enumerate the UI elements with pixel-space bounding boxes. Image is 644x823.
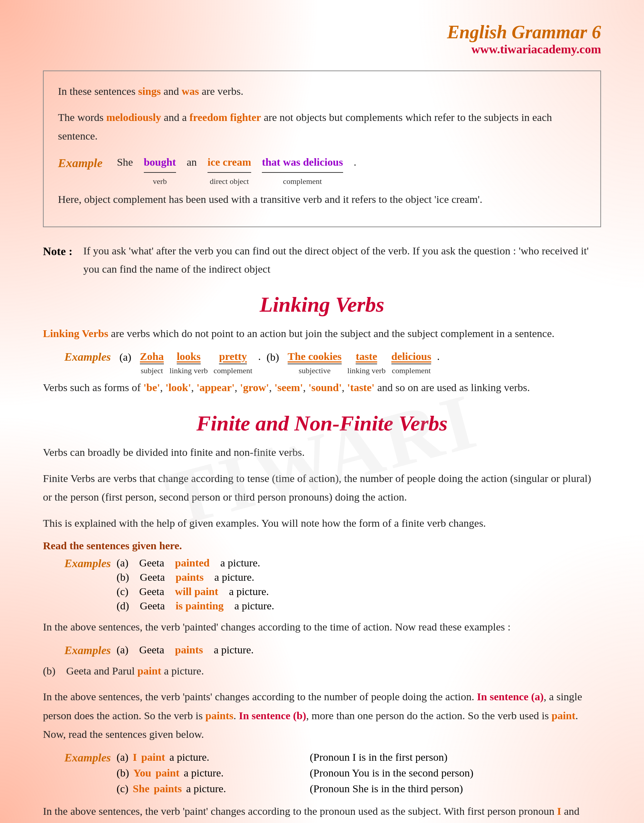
bought-block: bought verb [144,153,176,188]
finite-geeta-c: Geeta [139,585,164,598]
finite-ex2-label: Examples [64,644,111,657]
finite-ex3-a: (a) I paint a picture. (Pronoun I is in … [117,751,601,763]
finite-a-picture: a picture. [221,557,261,569]
pretty-word: pretty [219,350,247,364]
finite-ex2-list: (a) Geeta paints a picture. [117,644,254,658]
ex3-pronoun-a: (Pronoun I is in the first person) [310,751,448,763]
finite-ex-c: (c) Geeta will paint a picture. [117,585,274,598]
she-word: She [117,153,133,171]
finite-examples-block: Examples (a) Geeta painted a picture. (b… [64,557,601,614]
finite-c-picture: a picture. [229,585,269,598]
delicious-block: that was delicious complement [262,153,343,188]
box-line1: In these sentences sings and was are ver… [58,82,586,101]
ice-cream-block: ice cream direct object [207,153,251,188]
painted-word: painted [175,557,210,569]
b-label: (b) [267,351,279,363]
finite-b-picture: a picture. [214,571,255,583]
finite-geeta-b: Geeta [140,571,165,583]
ex3-paint1: paint [141,751,165,763]
a-label: (a) [120,351,131,363]
delicious2-word: delicious [391,350,431,364]
linking-examples-row: Examples (a) Zoha subject looks linking … [64,350,601,375]
linking-examples-label: Examples [64,350,111,363]
above-para: In the above sentences, the verb 'painte… [43,618,601,637]
finite-para1: Verbs can broadly be divided into finite… [43,443,601,462]
read-sentence-label: Read the sentences given here. [43,539,601,552]
cookies-block: The cookies subjective [288,350,342,375]
finite-a-label: (a) [117,557,129,569]
ex3-i: I [133,751,137,763]
paints-word: paints [176,571,204,583]
pretty-label: complement [213,366,253,375]
ice-cream-word: ice cream [207,153,251,173]
note-label: Note : [43,242,73,278]
header-url: www.tiwariacademy.com [43,43,601,56]
period-linking2: . [437,350,440,362]
finite-ex3-label: Examples [64,751,111,764]
finite-ex2-geeta: Geeta [139,644,164,656]
finite-ex-d: (d) Geeta is painting a picture. [117,600,274,612]
linking-verbs-heading: Linking Verbs [43,292,601,317]
finite-ex3-b: (b) You paint a picture. (Pronoun You is… [117,767,601,779]
ex3-c-pic: a picture. [186,783,226,795]
page-title: English Grammar 6 [43,21,601,43]
ex2-paints: paints [175,644,203,656]
finite-heading: Finite and Non-Finite Verbs [43,411,601,436]
ex3-pronoun-b: (Pronoun You is in the second person) [310,767,474,779]
example-row: Example She bought verb an ice cream dir… [58,153,586,188]
finite-d-label: (d) [117,600,129,612]
cookies-label: subjective [299,366,331,375]
finite-ex2-a: (a) Geeta paints a picture. [117,644,254,656]
ex3-paint2: paint [156,767,179,779]
finite-examples3-block: Examples (a) I paint a picture. (Pronoun… [64,751,601,798]
taste-block: taste linking verb [347,350,386,375]
finite-d-picture: a picture. [235,600,274,612]
cookies-word: The cookies [288,350,342,364]
finite-para3: This is explained with the help of given… [43,514,601,533]
linking-intro: Linking Verbs are verbs which do not poi… [43,324,601,343]
zoha-block: Zoha subject [140,350,164,375]
final-para: In the above sentences, the verb 'paint'… [43,802,601,823]
delicious2-block: delicious complement [391,350,431,375]
finite-ex3-c: (c) She paints a picture. (Pronoun She i… [117,783,601,795]
finite-ex-b: (b) Geeta paints a picture. [117,571,274,583]
zoha-label: subject [141,366,163,375]
example-label: Example [58,153,103,173]
ice-cream-label: direct object [210,175,248,188]
zoha-word: Zoha [140,350,164,364]
finite-ex-a: (a) Geeta painted a picture. [117,557,274,569]
finite-para2: Finite Verbs are verbs that change accor… [43,469,601,507]
ex3-b-pic: a picture. [184,767,224,779]
finite-ex2-a-label: (a) [117,644,129,656]
box-line2: The words melodiously and a freedom figh… [58,108,586,146]
finite-geeta-a: Geeta [139,557,164,569]
finite-examples-label: Examples [64,557,111,570]
finite-ex2-b: (b) Geeta and Parul paint a picture. [43,662,601,680]
ex3-b-label: (b) [117,767,129,779]
taste-label: linking verb [347,366,386,375]
note-section: Note : If you ask 'what' after the verb … [43,242,601,278]
above-para2: In the above sentences, the verb 'paints… [43,687,601,744]
bought-word: bought [144,153,176,173]
delicious-word: that was delicious [262,153,343,173]
pretty-block: pretty complement [213,350,253,375]
ex3-she: She [133,783,150,795]
delicious-label: complement [283,175,322,188]
taste-word: taste [356,350,377,364]
ex3-paints2: paints [154,783,182,795]
finite-b-label: (b) [117,571,129,583]
finite-examples-list: (a) Geeta painted a picture. (b) Geeta p… [117,557,274,614]
will-paint-word: will paint [175,585,218,598]
ex3-you: You [133,767,151,779]
ex3-pronoun-c: (Pronoun She is in the third person) [310,783,463,795]
period-linking1: . [258,350,261,362]
period1: . [354,153,357,171]
box-footer: Here, object complement has been used wi… [58,190,586,209]
bought-label: verb [153,175,167,188]
finite-geeta-d: Geeta [140,600,165,612]
an-word: an [187,153,197,171]
forms-line: Verbs such as forms of 'be', 'look', 'ap… [43,378,601,397]
finite-c-label: (c) [117,585,129,598]
looks-word: looks [177,350,201,364]
page-header: English Grammar 6 www.tiwariacademy.com [43,21,601,56]
